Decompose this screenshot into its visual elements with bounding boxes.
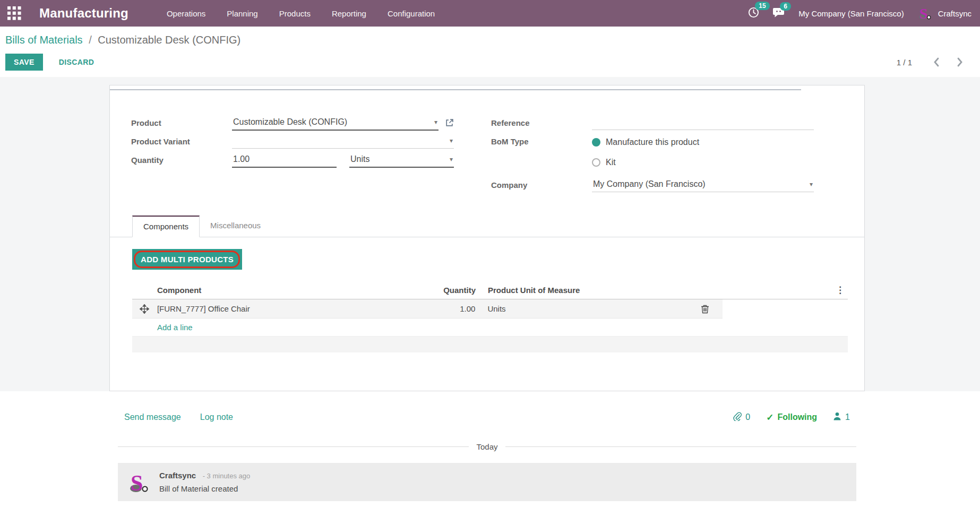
bom-form: Product Customizable Desk (CONFIG) ▾ Pro… <box>110 90 864 194</box>
following-check-icon: ✓ <box>766 412 773 423</box>
quantity-input[interactable]: 1.00 <box>232 153 337 168</box>
breadcrumb-separator: / <box>89 34 92 46</box>
component-table-row[interactable]: [FURN_7777] Office Chair 1.00 Units <box>132 299 723 319</box>
breadcrumb-current-record: Customizable Desk (CONFIG) <box>98 34 240 46</box>
bom-type-option-manufacture-label: Manufacture this product <box>606 137 699 147</box>
radio-selected-icon[interactable] <box>592 138 600 147</box>
dropdown-caret-icon[interactable]: ▾ <box>450 137 453 144</box>
nav-item-products[interactable]: Products <box>279 9 311 18</box>
reference-label: Reference <box>491 118 592 127</box>
form-view-container: Product Customizable Desk (CONFIG) ▾ Pro… <box>0 77 980 391</box>
quantity-group: 1.00 Units ▾ <box>232 153 454 168</box>
reference-field-row: Reference <box>491 114 814 132</box>
user-menu[interactable]: S Craftsync <box>918 5 972 22</box>
nav-item-reporting[interactable]: Reporting <box>332 9 366 18</box>
drag-handle-icon[interactable] <box>132 304 157 314</box>
chatter-topbar: Send message Log note 0 ✓ Following <box>109 411 865 423</box>
company-select[interactable]: My Company (San Francisco) ▾ <box>592 178 814 192</box>
attachments-button[interactable]: 0 <box>733 411 750 423</box>
date-divider-label: Today <box>476 442 497 451</box>
empty-table-stripe <box>132 337 848 352</box>
activity-count-badge: 15 <box>755 2 769 10</box>
svg-text:S: S <box>919 5 927 20</box>
bom-type-option-kit[interactable]: Kit <box>592 152 814 173</box>
send-message-button[interactable]: Send message <box>124 412 181 422</box>
add-line-row: Add a line <box>132 319 848 337</box>
row-component-name[interactable]: [FURN_7777] Office Chair <box>157 304 428 313</box>
uom-value: Units <box>350 154 369 164</box>
components-table-header: Component Quantity Product Unit of Measu… <box>132 281 848 299</box>
apps-grid-icon[interactable] <box>7 6 29 20</box>
message-card[interactable]: S Craftsync - 3 minutes ago Bill of Mate… <box>118 463 856 501</box>
uom-column-header[interactable]: Product Unit of Measure <box>476 286 688 295</box>
form-left-column: Product Customizable Desk (CONFIG) ▾ Pro… <box>131 114 454 194</box>
followers-button[interactable]: 1 <box>833 412 850 423</box>
quantity-column-header[interactable]: Quantity <box>428 286 476 295</box>
add-multi-products-label: ADD MULTI PRODUCTS <box>141 255 234 264</box>
delete-trash-icon[interactable] <box>687 304 723 314</box>
company-label: Company <box>491 180 592 190</box>
tab-miscellaneous[interactable]: Miscellaneous <box>200 216 271 237</box>
following-label: Following <box>777 412 817 422</box>
message-header: Craftsync - 3 minutes ago <box>159 471 250 480</box>
bom-type-option-manufacture[interactable]: Manufacture this product <box>592 132 814 152</box>
form-sheet: Product Customizable Desk (CONFIG) ▾ Pro… <box>109 85 865 391</box>
message-timestamp: - 3 minutes ago <box>203 472 251 480</box>
craftsync-logo-icon: S <box>918 5 933 22</box>
actions-row: SAVE DISCARD 1 / 1 <box>5 54 970 71</box>
dropdown-caret-icon[interactable]: ▾ <box>450 156 453 162</box>
notebook-tabs: Components Miscellaneous <box>110 216 864 237</box>
attachment-count: 0 <box>745 412 750 422</box>
chatter-inner: Send message Log note 0 ✓ Following <box>109 411 865 501</box>
row-uom[interactable]: Units <box>475 304 687 313</box>
date-divider: Today <box>118 442 856 451</box>
dropdown-caret-icon[interactable]: ▾ <box>434 119 437 125</box>
component-column-header[interactable]: Component <box>157 286 428 295</box>
message-count-badge: 6 <box>780 2 791 11</box>
control-panel: Bills of Materials / Customizable Desk (… <box>0 27 980 77</box>
pager-prev-icon[interactable] <box>930 56 943 68</box>
save-button[interactable]: SAVE <box>5 54 43 71</box>
reference-input[interactable] <box>592 116 814 130</box>
message-content: Craftsync - 3 minutes ago Bill of Materi… <box>159 471 250 493</box>
company-field-row: Company My Company (San Francisco) ▾ <box>491 176 814 194</box>
external-link-icon[interactable] <box>445 118 454 127</box>
company-value: My Company (San Francisco) <box>593 179 706 189</box>
message-author[interactable]: Craftsync <box>159 471 196 480</box>
product-input[interactable]: Customizable Desk (CONFIG) ▾ <box>232 116 439 131</box>
add-multi-products-button[interactable]: ADD MULTI PRODUCTS <box>132 249 242 270</box>
pager-next-icon[interactable] <box>953 56 966 68</box>
quantity-value: 1.00 <box>233 154 250 164</box>
company-switcher[interactable]: My Company (San Francisco) <box>798 9 904 18</box>
message-body: Bill of Material created <box>159 484 250 493</box>
chatter: Send message Log note 0 ✓ Following <box>0 391 980 501</box>
log-note-button[interactable]: Log note <box>200 412 233 422</box>
nav-item-operations[interactable]: Operations <box>167 9 205 18</box>
tab-components[interactable]: Components <box>132 216 200 237</box>
nav-item-configuration[interactable]: Configuration <box>388 9 435 18</box>
uom-select[interactable]: Units ▾ <box>349 153 454 168</box>
activity-menu-button[interactable]: 15 <box>748 7 759 20</box>
product-variant-input[interactable]: ▾ <box>232 134 454 149</box>
chatter-tools: 0 ✓ Following 1 <box>733 411 850 423</box>
author-avatar: S <box>128 471 151 493</box>
add-a-line-link[interactable]: Add a line <box>157 323 193 332</box>
product-variant-label: Product Variant <box>131 137 232 146</box>
column-options-icon[interactable]: ⋮ <box>836 285 845 296</box>
breadcrumb-bills-of-materials[interactable]: Bills of Materials <box>5 34 83 46</box>
nav-item-planning[interactable]: Planning <box>227 9 257 18</box>
messages-menu-button[interactable]: 6 <box>773 7 785 20</box>
dropdown-caret-icon[interactable]: ▾ <box>810 181 813 187</box>
discard-button[interactable]: DISCARD <box>56 57 98 67</box>
record-pager: 1 / 1 <box>897 56 970 68</box>
following-button[interactable]: ✓ Following <box>766 412 817 423</box>
bom-type-label: BoM Type <box>491 132 592 146</box>
row-quantity[interactable]: 1.00 <box>427 304 475 313</box>
components-table: Component Quantity Product Unit of Measu… <box>132 281 848 352</box>
product-label: Product <box>131 118 232 127</box>
attachment-paperclip-icon <box>733 411 742 423</box>
product-variant-field-row: Product Variant ▾ <box>131 132 454 151</box>
follower-count: 1 <box>845 412 850 422</box>
app-brand-title[interactable]: Manufacturing <box>39 6 128 21</box>
radio-unselected-icon[interactable] <box>592 158 600 167</box>
